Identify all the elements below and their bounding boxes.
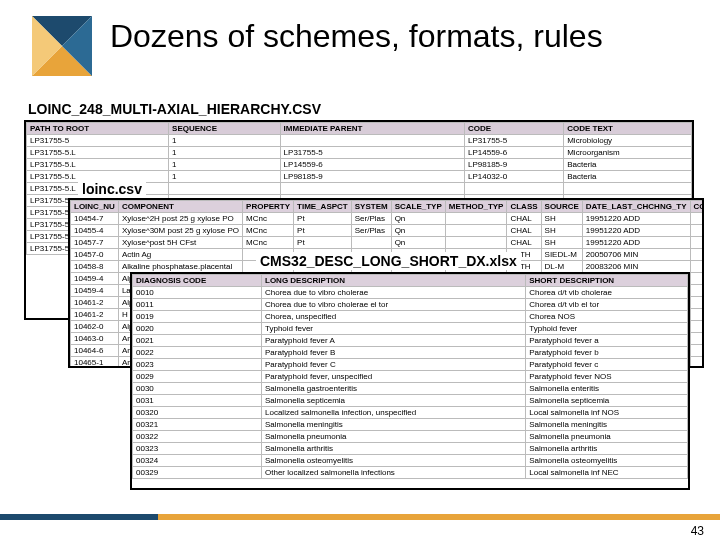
table-cell: Salmonella septicemia [526, 395, 688, 407]
table-row: LP31755-51LP31755-5Microbiology [27, 135, 692, 147]
table-cell: CHAL [507, 237, 541, 249]
table-cell: LP31755-5 [465, 135, 564, 147]
table-cell: 10455-4 [71, 225, 119, 237]
table-cell: 0030 [133, 383, 262, 395]
table-cell [690, 285, 704, 297]
column-header: DATE_LAST_CHCHNG_TY [582, 201, 690, 213]
table-cell: Pt [294, 237, 352, 249]
table-cell: Salmonella arthritis [262, 443, 526, 455]
page-number: 43 [691, 524, 704, 538]
column-header: SYSTEM [351, 201, 391, 213]
table-cell: 10454-7 [71, 213, 119, 225]
table-cell: LP14032-0 [465, 171, 564, 183]
column-header: IMMEDIATE PARENT [280, 123, 464, 135]
column-header: PATH TO ROOT [27, 123, 169, 135]
column-header: SCALE_TYP [391, 201, 445, 213]
table-cell [280, 183, 464, 195]
table-row: 00321Salmonella meningitisSalmonella men… [133, 419, 688, 431]
table-cell: Ser/Plas [351, 213, 391, 225]
table-cell: 19951220 ADD [582, 213, 690, 225]
table-cell: SH [541, 225, 582, 237]
slide-title: Dozens of schemes, formats, rules [110, 18, 603, 55]
table-cell: Ser/Plas [351, 225, 391, 237]
table-cell: 00322 [133, 431, 262, 443]
table-cell [690, 213, 704, 225]
table-cell: 0011 [133, 299, 262, 311]
table-cell: Salmonella arthritis [526, 443, 688, 455]
table-cell: Chorea, unspecified [262, 311, 526, 323]
table-cell [690, 309, 704, 321]
table-cell: Salmonella pneumonia [262, 431, 526, 443]
table-cell: 1 [169, 147, 281, 159]
column-header: CLASS [507, 201, 541, 213]
column-header: CODE [465, 123, 564, 135]
table-cell: Paratyphoid fever NOS [526, 371, 688, 383]
table-cell: 1 [169, 171, 281, 183]
table-cell: 10461-2 [71, 309, 119, 321]
table-cell: 10462-0 [71, 321, 119, 333]
table-row: 0029Paratyphoid fever, unspecifiedParaty… [133, 371, 688, 383]
table-row: 00329Other localized salmonella infectio… [133, 467, 688, 479]
table-cell: Local salmonella inf NEC [526, 467, 688, 479]
table-cell [690, 297, 704, 309]
table-row: 10454-7Xylose^2H post 25 g xylose POMCnc… [71, 213, 705, 225]
table-cell: LP31755-5 [27, 135, 169, 147]
table-cell: Actin Ag [118, 249, 242, 261]
file-label-2: loinc.csv [78, 180, 146, 198]
table-row: 00322Salmonella pneumoniaSalmonella pneu… [133, 431, 688, 443]
table-cell: CHAL [507, 225, 541, 237]
table-cell: Xylose^30M post 25 g xylose PO [118, 225, 242, 237]
table-cell: 19951220 ADD [582, 237, 690, 249]
table-cell: 0019 [133, 311, 262, 323]
table-cell: Chorea due to vibro cholerae [262, 287, 526, 299]
table-cell: Typhoid fever [262, 323, 526, 335]
screenshot-cms32: DIAGNOSIS CODELONG DESCRIPTIONSHORT DESC… [130, 272, 690, 490]
table-row: 0010Chorea due to vibro choleraeChorea d… [133, 287, 688, 299]
table-cell: 10457-0 [71, 249, 119, 261]
table-cell: SH [541, 213, 582, 225]
table-cell: Paratyphoid fever b [526, 347, 688, 359]
column-header: LOINC_NU [71, 201, 119, 213]
table-row: LP31755-5.L1LP31755-5LP14559-6Microorgan… [27, 147, 692, 159]
table-cell: 0029 [133, 371, 262, 383]
table-cell: 10465-1 [71, 357, 119, 369]
table-cell: SIEDL-M [541, 249, 582, 261]
table-cell: Paratyphoid fever A [262, 335, 526, 347]
table-cell: 10463-0 [71, 333, 119, 345]
table-row: 00320Localized salmonella infection, uns… [133, 407, 688, 419]
table-cell: Microorganism [564, 147, 692, 159]
table-cell: Xylose^2H post 25 g xylose PO [118, 213, 242, 225]
table-cell: 00323 [133, 443, 262, 455]
table-cell: Xylose^post 5H CFst [118, 237, 242, 249]
table-cell: Paratyphoid fever c [526, 359, 688, 371]
table-cell: LP98185-9 [465, 159, 564, 171]
table-cell: 10459-4 [71, 285, 119, 297]
table-cell: Qn [391, 237, 445, 249]
table-row: 10457-7Xylose^post 5H CFstMCncPtQnCHALSH… [71, 237, 705, 249]
table-row: 00323Salmonella arthritisSalmonella arth… [133, 443, 688, 455]
table-cell: LP31755-5.L [27, 159, 169, 171]
table-cell [169, 183, 281, 195]
table-cell: SH [541, 237, 582, 249]
column-header: LONG DESCRIPTION [262, 275, 526, 287]
table-cell [690, 357, 704, 369]
table-cell: Paratyphoid fever a [526, 335, 688, 347]
table-cell: Salmonella osteomyelitis [526, 455, 688, 467]
table-cell [690, 225, 704, 237]
table-cell: Salmonella meningitis [526, 419, 688, 431]
table-cell: DL-M [541, 261, 582, 273]
table-cell: Chorea NOS [526, 311, 688, 323]
table-cell: Paratyphoid fever, unspecified [262, 371, 526, 383]
table-cell: 10457-7 [71, 237, 119, 249]
table-row: LP31755-5.L1LP14559-6LP98185-9Bacteria [27, 159, 692, 171]
column-header: TIME_ASPCT [294, 201, 352, 213]
table-cell: Pt [294, 225, 352, 237]
table-cell: 10459-4 [71, 273, 119, 285]
table-cell: Typhoid fever [526, 323, 688, 335]
table-cell: Bacteria [564, 171, 692, 183]
table-row: 0031Salmonella septicemiaSalmonella sept… [133, 395, 688, 407]
table-cell: Alkaline phosphatase.placental [118, 261, 242, 273]
table-cell: 00320 [133, 407, 262, 419]
table-row: 0020Typhoid feverTyphoid fever [133, 323, 688, 335]
table-cell [690, 321, 704, 333]
